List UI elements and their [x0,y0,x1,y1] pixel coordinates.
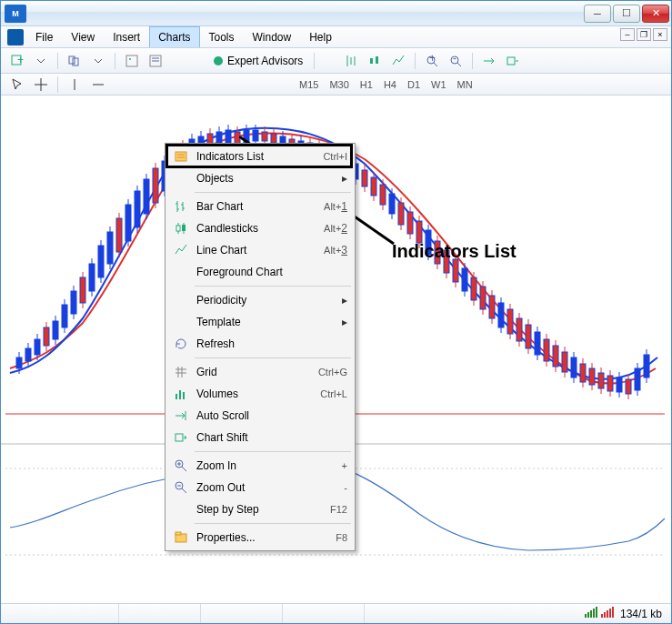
menu-item-refresh[interactable]: Refresh [167,333,353,355]
expert-advisors-button[interactable]: Expert Advisors [206,51,308,71]
transfer-label: 134/1 kb [620,608,662,620]
minimize-button[interactable]: ─ [584,5,611,23]
menu-charts[interactable]: Charts [149,26,199,47]
svg-rect-21 [507,57,515,65]
svg-line-196 [182,488,186,493]
expert-icon [212,55,225,67]
menu-shortcut: Alt+2 [324,222,347,235]
line-chart-button[interactable] [387,51,409,71]
svg-rect-161 [598,373,604,388]
crosshair-button[interactable] [30,75,52,95]
zoom-in-button[interactable]: + [421,51,443,71]
volumes-icon [171,387,191,401]
svg-rect-119 [407,212,413,234]
menu-item-foreground-chart[interactable]: Foreground Chart [167,261,353,283]
svg-rect-139 [498,303,504,327]
svg-rect-145 [526,325,531,348]
svg-rect-49 [89,264,95,291]
menu-item-indicators-list[interactable]: Indicators ListCtrl+I [167,146,353,167]
menu-item-candlesticks[interactable]: CandlesticksAlt+2 [167,217,353,239]
menu-item-volumes[interactable]: VolumesCtrl+L [167,383,353,405]
zoom-out-icon [171,480,191,495]
menu-help[interactable]: Help [300,26,341,47]
tf-d1[interactable]: D1 [403,77,425,92]
zoom-out-button[interactable]: - [445,51,466,71]
tf-w1[interactable]: W1 [426,77,451,92]
svg-rect-3 [73,58,78,65]
tf-h4[interactable]: H4 [379,77,401,92]
profiles-button[interactable] [64,51,85,71]
menu-item-step-by-step[interactable]: Step by StepF12 [167,498,353,520]
grid-icon [171,365,191,379]
menu-item-bar-chart[interactable]: Bar ChartAlt+1 [167,196,353,217]
bar-chart-button[interactable] [340,51,362,71]
hline-button[interactable] [87,75,109,95]
maximize-button[interactable]: ☐ [613,5,640,23]
svg-rect-153 [562,352,567,372]
chartshift-button[interactable] [502,51,524,71]
svg-rect-63 [153,168,158,203]
app-window: M ─ ☐ ✕ File View Insert Charts Tools Wi… [0,0,672,624]
menu-item-zoom-in[interactable]: Zoom In+ [167,455,353,477]
dropdown-arrow[interactable] [30,51,52,71]
vline-button[interactable] [64,75,85,95]
menu-window[interactable]: Window [244,26,301,47]
new-chart-button[interactable]: + [6,51,28,71]
menu-item-label: Indicators List [196,150,323,163]
menu-item-label: Zoom Out [196,481,344,494]
mdi-restore[interactable]: ❐ [637,28,651,41]
close-button[interactable]: ✕ [642,5,669,23]
navigator-button[interactable] [145,51,166,71]
svg-rect-47 [80,277,85,303]
cursor-button[interactable] [6,75,28,95]
menu-item-objects[interactable]: Objects▸ [167,167,353,189]
dropdown-arrow[interactable] [87,51,109,71]
tf-mn[interactable]: MN [453,77,477,92]
line-chart-icon [171,243,191,257]
menu-tools[interactable]: Tools [200,26,244,47]
market-watch-button[interactable] [121,51,143,71]
svg-rect-135 [480,287,486,309]
menu-shortcut: - [344,482,347,493]
svg-rect-185 [182,225,186,231]
tf-h1[interactable]: H1 [356,77,377,92]
svg-rect-57 [125,205,131,241]
svg-rect-165 [617,377,622,392]
menu-item-label: Zoom In [196,459,342,472]
menu-item-properties-[interactable]: Properties...F8 [167,527,353,549]
menu-item-periodicity[interactable]: Periodicity▸ [167,289,353,311]
menu-item-label: Auto Scroll [196,409,347,422]
menu-item-label: Refresh [196,337,347,350]
svg-rect-187 [179,390,181,399]
menu-item-label: Step by Step [196,503,330,516]
menu-item-chart-shift[interactable]: Chart Shift [167,427,353,448]
menu-item-zoom-out[interactable]: Zoom Out- [167,477,353,498]
svg-rect-129 [453,259,458,282]
chart-area[interactable]: Indicators List Indicators ListCtrl+IObj… [1,96,671,603]
tf-m30[interactable]: M30 [325,77,353,92]
tf-m15[interactable]: M15 [295,77,323,92]
candle-chart-button[interactable] [364,51,386,71]
mdi-minimize[interactable]: – [620,28,635,41]
menu-view[interactable]: View [62,26,104,47]
svg-text:+: + [429,54,436,65]
menu-insert[interactable]: Insert [104,26,149,47]
app-icon: M [5,5,26,23]
menu-shortcut: + [342,460,347,471]
menu-file[interactable]: File [26,26,62,47]
menu-item-template[interactable]: Template▸ [167,311,353,333]
menu-item-label: Periodicity [196,294,342,307]
svg-rect-59 [135,191,140,227]
menu-shortcut: Alt+3 [324,244,347,257]
menu-item-grid[interactable]: GridCtrl+G [167,361,353,383]
expert-advisors-label: Expert Advisors [227,55,303,67]
toolbar-main: + Expert Advisors + - [1,48,671,74]
autoscroll-button[interactable] [478,51,500,71]
menu-item-label: Volumes [196,387,320,400]
svg-text:+: + [17,54,24,66]
menu-item-auto-scroll[interactable]: Auto Scroll [167,405,353,427]
menu-item-line-chart[interactable]: Line ChartAlt+3 [167,239,353,261]
submenu-arrow-icon: ▸ [342,172,347,185]
mdi-close[interactable]: × [653,28,667,41]
svg-point-5 [129,58,131,60]
